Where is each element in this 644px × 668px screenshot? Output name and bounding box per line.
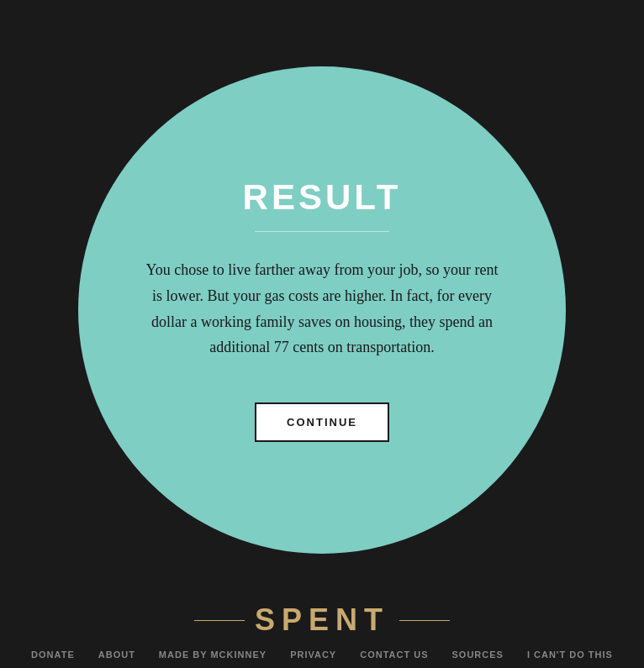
footer-nav-cant-do-this[interactable]: I CAN'T DO THIS: [527, 650, 613, 660]
footer-nav-sources[interactable]: SOURCES: [452, 650, 504, 660]
divider: [255, 231, 389, 232]
footer-nav-made-by-mckinney[interactable]: MADE BY MCKINNEY: [159, 650, 267, 660]
result-title: RESULT: [243, 177, 402, 218]
footer-nav-contact-us[interactable]: CONTACT US: [360, 650, 428, 660]
footer-nav: DONATE ABOUT MADE BY MCKINNEY PRIVACY CO…: [31, 650, 613, 660]
footer-nav-about[interactable]: ABOUT: [98, 650, 135, 660]
spent-logo-text: SPENT: [255, 602, 389, 638]
footer-nav-donate[interactable]: DONATE: [31, 650, 75, 660]
result-circle: RESULT You chose to live farther away fr…: [78, 66, 566, 554]
result-body: You chose to live farther away from your…: [145, 257, 499, 360]
continue-button[interactable]: CONTINUE: [255, 402, 389, 442]
footer: SPENT DONATE ABOUT MADE BY MCKINNEY PRIV…: [0, 602, 644, 668]
spent-logo: SPENT: [194, 602, 450, 638]
main-content: RESULT You chose to live farther away fr…: [0, 0, 644, 602]
footer-nav-privacy[interactable]: PRIVACY: [290, 650, 336, 660]
